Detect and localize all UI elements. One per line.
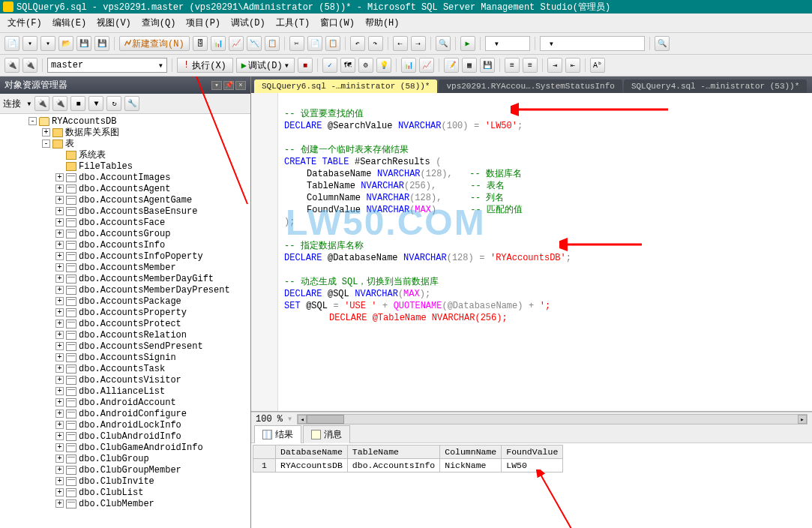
- tree-table[interactable]: +dbo.AndroidConfigure: [1, 408, 249, 419]
- include-plan-icon[interactable]: 📊: [401, 58, 416, 73]
- tree-toggle-icon[interactable]: +: [55, 353, 64, 362]
- tab-systemstatus[interactable]: vps20291.RYAccou….SystemStatusInfo: [439, 80, 622, 93]
- tree-table[interactable]: +dbo.AccountsPackage: [1, 296, 249, 307]
- results-file-icon[interactable]: 💾: [480, 58, 495, 73]
- tree-folder-filetables[interactable]: FileTables: [1, 160, 249, 172]
- debug-button[interactable]: ▶调试(D)▾: [236, 58, 295, 73]
- indent-icon[interactable]: ⇥: [547, 58, 562, 73]
- tree-toggle-icon[interactable]: +: [55, 286, 64, 294]
- zoom-level[interactable]: 100 %: [256, 414, 283, 424]
- db-engine-icon[interactable]: 🗄: [193, 36, 208, 51]
- tree-toggle-icon[interactable]: +: [55, 342, 64, 350]
- change-conn-icon[interactable]: 🔌: [4, 58, 19, 73]
- cell[interactable]: NickName: [440, 459, 502, 472]
- tree-table[interactable]: +dbo.AccountsMemberDayPresent: [1, 284, 249, 296]
- tree-table[interactable]: +dbo.AccountsSignin: [1, 352, 249, 363]
- tree-table[interactable]: +dbo.AccountsTask: [1, 363, 249, 374]
- tree-toggle-icon[interactable]: +: [55, 454, 64, 463]
- include-stats-icon[interactable]: 📈: [419, 58, 434, 73]
- ps-icon[interactable]: 🔧: [124, 96, 139, 111]
- tree-folder-diagrams[interactable]: +数据库关系图: [1, 127, 249, 138]
- tree-toggle-icon[interactable]: +: [55, 488, 64, 496]
- tree-table[interactable]: +dbo.AccountsInfo: [1, 239, 249, 250]
- database-selector[interactable]: master ▾: [47, 58, 167, 73]
- sql-editor[interactable]: -- 设置要查找的值 DECLARE @SearchValue NVARCHAR…: [278, 93, 812, 411]
- tree-table[interactable]: +dbo.ClubGroupMember: [1, 464, 249, 476]
- tree-table[interactable]: +dbo.AccountsProperty: [1, 307, 249, 318]
- open-file-icon[interactable]: 📂: [58, 36, 73, 51]
- specify-values-icon[interactable]: Aᵇ: [590, 58, 605, 73]
- results-tab[interactable]: 结果: [254, 425, 301, 443]
- tree-table[interactable]: +dbo.AccountsMemberDayGift: [1, 273, 249, 284]
- pin-icon[interactable]: 📌: [223, 81, 234, 90]
- tree-toggle-icon[interactable]: +: [55, 320, 64, 328]
- tree-toggle-icon[interactable]: +: [55, 274, 64, 283]
- intellisense-icon[interactable]: 💡: [376, 58, 391, 73]
- tree-toggle-icon[interactable]: +: [55, 443, 64, 452]
- tree-toggle-icon[interactable]: +: [55, 432, 64, 440]
- connect-icon[interactable]: 🔌: [34, 96, 49, 111]
- nav-fwd-icon[interactable]: ⇢: [411, 36, 426, 51]
- tree-table[interactable]: +dbo.ClubList: [1, 487, 249, 498]
- tree-toggle-icon[interactable]: +: [55, 466, 64, 474]
- disconnect-icon[interactable]: 🔌: [22, 58, 37, 73]
- disconnect-icon[interactable]: 🔌: [52, 96, 67, 111]
- tree-toggle-icon[interactable]: +: [55, 364, 64, 373]
- menu-edit[interactable]: 编辑(E): [48, 15, 91, 31]
- filter-icon[interactable]: ▼: [88, 96, 103, 111]
- tree-table[interactable]: +dbo.AccountsFace: [1, 217, 249, 228]
- tree-table[interactable]: +dbo.AccountsAgent: [1, 183, 249, 194]
- menu-window[interactable]: 窗口(W): [316, 15, 359, 31]
- query-options-icon[interactable]: ⚙: [358, 58, 373, 73]
- nav-back-icon[interactable]: ⇠: [393, 36, 408, 51]
- stop-icon[interactable]: ■: [70, 96, 85, 111]
- copy-icon[interactable]: 📄: [307, 36, 322, 51]
- execute-button[interactable]: !执行(X): [177, 58, 233, 73]
- tree-table[interactable]: +dbo.AccountsInfoPoperty: [1, 250, 249, 262]
- tree-toggle-icon[interactable]: +: [55, 387, 64, 395]
- col-tablename[interactable]: TableName: [347, 446, 439, 459]
- object-explorer-tree[interactable]: -RYAccountsDB+数据库关系图-表系统表FileTables+dbo.…: [0, 114, 250, 528]
- tree-toggle-icon[interactable]: +: [55, 218, 64, 226]
- tree-toggle-icon[interactable]: +: [55, 410, 64, 418]
- start-icon[interactable]: ▶: [460, 36, 475, 51]
- cell[interactable]: LW50: [502, 459, 563, 472]
- scroll-left-icon[interactable]: ◂: [298, 415, 307, 424]
- results-grid-icon[interactable]: ▦: [462, 58, 477, 73]
- tree-folder-tables[interactable]: -表: [1, 138, 249, 149]
- results-grid[interactable]: DatabaseName TableName ColumnName FoundV…: [251, 443, 812, 528]
- tree-toggle-icon[interactable]: -: [28, 117, 37, 125]
- scroll-thumb[interactable]: [307, 415, 344, 424]
- tree-toggle-icon[interactable]: +: [55, 241, 64, 249]
- tree-toggle-icon[interactable]: +: [55, 252, 64, 260]
- tree-toggle-icon[interactable]: +: [55, 331, 64, 339]
- cut-icon[interactable]: ✂: [289, 36, 304, 51]
- tree-folder-systables[interactable]: 系统表: [1, 149, 249, 160]
- dmx-icon[interactable]: 📉: [247, 36, 262, 51]
- solution-config-dropdown[interactable]: ▾: [485, 36, 530, 51]
- connect-dropdown[interactable]: 连接 ▾: [3, 98, 31, 110]
- tree-toggle-icon[interactable]: +: [55, 376, 64, 384]
- tree-table[interactable]: +dbo.AccountsBaseEnsure: [1, 206, 249, 217]
- tree-toggle-icon[interactable]: +: [55, 173, 64, 182]
- horizontal-scrollbar[interactable]: ◂ ▸: [297, 414, 808, 424]
- tree-toggle-icon[interactable]: +: [55, 263, 64, 272]
- estimated-plan-icon[interactable]: 🗺: [340, 58, 355, 73]
- tree-toggle-icon[interactable]: +: [55, 308, 64, 316]
- tree-table[interactable]: +dbo.ClubAndroidInfo: [1, 430, 249, 442]
- tree-table[interactable]: +dbo.AccountsMember: [1, 262, 249, 273]
- table-row[interactable]: 1 RYAccountsDB dbo.AccountsInfo NickName…: [253, 459, 563, 472]
- refresh-icon[interactable]: ↻: [106, 96, 121, 111]
- tree-database[interactable]: -RYAccountsDB: [1, 116, 249, 127]
- cancel-query-icon[interactable]: ■: [298, 58, 313, 73]
- xmla-icon[interactable]: 📋: [265, 36, 280, 51]
- new-project-icon[interactable]: 📄: [4, 36, 19, 51]
- tree-toggle-icon[interactable]: +: [55, 398, 64, 406]
- tree-table[interactable]: +dbo.ClubGroup: [1, 453, 249, 464]
- tree-toggle-icon[interactable]: +: [55, 207, 64, 215]
- add-icon[interactable]: ▾: [40, 36, 55, 51]
- new-query-button[interactable]: 🗲 新建查询(N): [119, 36, 190, 51]
- menu-project[interactable]: 项目(P): [181, 15, 225, 31]
- menu-view[interactable]: 视图(V): [92, 15, 136, 31]
- col-databasename[interactable]: DatabaseName: [276, 446, 348, 459]
